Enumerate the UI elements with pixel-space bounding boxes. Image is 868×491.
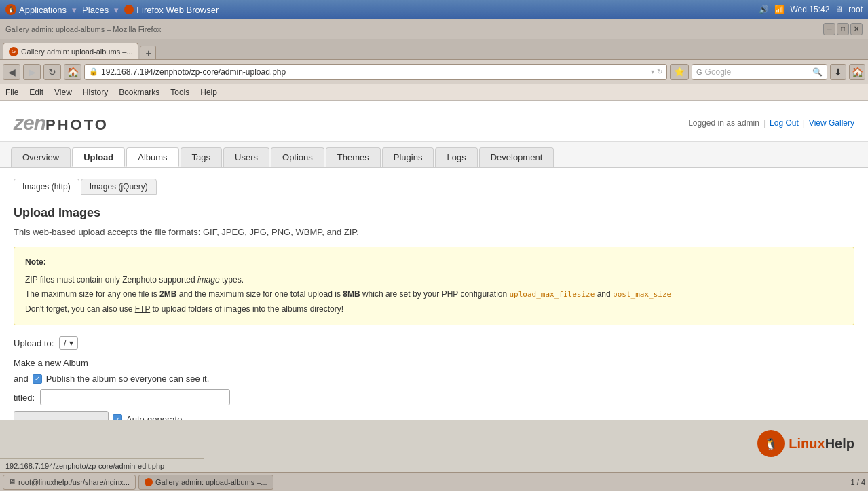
browser-menu[interactable]: Firefox Web Browser — [124, 5, 219, 15]
task-terminal[interactable]: 🖥 root@linuxhelp:/usr/share/nginx... — [3, 475, 136, 490]
tab-users[interactable]: Users — [223, 147, 269, 167]
publish-row: and ✓ Publish the album so everyone can … — [14, 374, 854, 384]
tab-tags[interactable]: Tags — [181, 147, 222, 167]
url-reload-icon[interactable]: ↻ — [657, 68, 662, 75]
note-image-italic: image — [197, 275, 220, 285]
applications-label[interactable]: Applications — [19, 5, 67, 15]
search-placeholder: Google — [705, 67, 810, 77]
topbar-left: 🐧 Applications ▾ Places ▾ Firefox Web Br… — [5, 4, 219, 15]
ff-maximize-button[interactable]: □ — [837, 23, 849, 35]
applications-menu[interactable]: 🐧 Applications — [5, 4, 67, 15]
note-link1[interactable]: upload_max_filesize — [509, 290, 595, 299]
taskbar-right: 1 / 4 — [851, 478, 865, 486]
zp-auth: Logged in as admin | Log Out | View Gall… — [688, 118, 854, 128]
tab-plugins[interactable]: Plugins — [382, 147, 434, 167]
status-url-bar: 192.168.7.194/zenphoto/zp-core/admin-edi… — [0, 458, 204, 472]
url-text: 192.168.7.194/zenphoto/zp-core/admin-upl… — [101, 67, 286, 77]
subtab-images-http[interactable]: Images (http) — [14, 179, 79, 195]
tab-development[interactable]: Development — [479, 147, 554, 167]
places-menu[interactable]: Places — [82, 5, 109, 15]
app-icon: 🐧 — [5, 4, 16, 15]
note-size2: 8MB — [343, 289, 360, 299]
nav-home-button[interactable]: 🏠 — [64, 64, 81, 80]
titled-label: titled: — [14, 393, 35, 403]
auto-generate-checkbox[interactable]: ✓ — [113, 414, 122, 420]
time-display: Wed 15:42 — [790, 5, 829, 14]
url-dropdown-icon[interactable]: ▾ — [651, 68, 654, 75]
publish-checkbox[interactable]: ✓ — [33, 374, 42, 384]
logo-zen: zen — [14, 111, 45, 134]
ff-close-button[interactable]: ✕ — [850, 23, 863, 35]
sys-icon-network[interactable]: 📶 — [774, 5, 785, 14]
section-desc: This web-based upload accepts the file f… — [14, 227, 854, 237]
zp-main: Images (http) Images (jQuery) Upload Ima… — [0, 168, 868, 420]
nav-reload-button[interactable]: ↻ — [43, 64, 61, 80]
taskbar: 🖥 root@linuxhelp:/usr/share/nginx... Gal… — [0, 472, 868, 491]
nav-back-button[interactable]: ◀ — [3, 64, 20, 80]
search-bar[interactable]: G Google 🔍 — [692, 64, 827, 80]
note-pre-ftp: Don't forget, you can also use — [25, 304, 135, 314]
new-album-label: Make a new Album — [14, 358, 88, 368]
tab-albums[interactable]: Albums — [126, 147, 178, 167]
page-content: zen PHOTO Logged in as admin | Log Out |… — [0, 101, 868, 420]
tab-themes[interactable]: Themes — [326, 147, 381, 167]
tab-options[interactable]: Options — [271, 147, 324, 167]
menu-file[interactable]: File — [5, 88, 18, 97]
note-pre-size1: The maximum size for any one file is — [25, 289, 159, 299]
nav-forward-button[interactable]: ▶ — [23, 64, 41, 80]
firefox-window: Gallery admin: upload-albums – Mozilla F… — [0, 19, 868, 420]
note-line2: The maximum size for any one file is 2MB… — [25, 287, 843, 302]
auto-generate-row: ✓ Auto-generate — [14, 411, 854, 420]
publish-label: Publish the album so everyone can see it… — [46, 374, 210, 384]
nav-home2-button[interactable]: 🏠 — [849, 64, 865, 80]
note-title-line: Note: — [25, 255, 843, 270]
note-link2[interactable]: post_max_size — [613, 290, 671, 299]
note-line3: Don't forget, you can also use FTP to up… — [25, 302, 843, 317]
note-size1: 2MB — [159, 289, 176, 299]
firefox-task-icon — [145, 478, 153, 486]
menu-bookmarks[interactable]: Bookmarks — [119, 88, 159, 97]
titled-input[interactable] — [40, 389, 230, 405]
menu-view[interactable]: View — [54, 88, 72, 97]
view-gallery-link[interactable]: View Gallery — [809, 118, 854, 128]
menu-tools[interactable]: Tools — [170, 88, 189, 97]
auto-generate-button-area[interactable] — [14, 411, 109, 420]
menu-history[interactable]: History — [83, 88, 108, 97]
note-title: Note: — [25, 257, 46, 267]
ff-add-tab-button[interactable]: + — [140, 46, 156, 59]
task-firefox[interactable]: Gallery admin: upload-albums –... — [138, 475, 273, 490]
url-lock-icon: 🔒 — [89, 67, 98, 76]
nav-download-button[interactable]: ⬇ — [830, 64, 846, 80]
separator1: ▾ — [72, 5, 77, 15]
search-submit-button[interactable]: 🔍 — [812, 67, 823, 77]
menu-edit[interactable]: Edit — [29, 88, 43, 97]
upload-to-dropdown[interactable]: / ▾ — [59, 336, 77, 350]
nav-bookmark-button[interactable]: ⭐ — [670, 64, 689, 80]
status-url: 192.168.7.194/zenphoto/zp-core/admin-edi… — [5, 462, 164, 470]
taskbar-left: 🖥 root@linuxhelp:/usr/share/nginx... Gal… — [3, 475, 273, 490]
menu-help[interactable]: Help — [200, 88, 217, 97]
os-topbar: 🐧 Applications ▾ Places ▾ Firefox Web Br… — [0, 0, 868, 19]
note-and: and — [597, 289, 613, 299]
note-post: which are set by your PHP configuration — [362, 289, 510, 299]
logout-link[interactable]: Log Out — [770, 118, 799, 128]
zp-nav: Overview Upload Albums Tags Users Option… — [0, 142, 868, 168]
zp-header: zen PHOTO Logged in as admin | Log Out |… — [0, 101, 868, 142]
and-label: and — [14, 374, 29, 384]
sys-icon-sound[interactable]: 🔊 — [759, 5, 769, 14]
note-post-ftp: to upload folders of images into the alb… — [153, 304, 343, 314]
url-bar[interactable]: 🔒 192.168.7.194/zenphoto/zp-core/admin-u… — [84, 64, 667, 80]
ff-titlebar: Gallery admin: upload-albums – Mozilla F… — [0, 19, 868, 39]
titled-row: titled: — [14, 389, 854, 405]
task-terminal-label: root@linuxhelp:/usr/share/nginx... — [18, 478, 130, 486]
tab-upload[interactable]: Upload — [72, 147, 125, 167]
tab-overview[interactable]: Overview — [11, 147, 71, 167]
ff-tab-gallery[interactable]: G Gallery admin: upload-albums –... — [3, 43, 138, 59]
ff-minimize-button[interactable]: ─ — [823, 23, 835, 35]
subtab-images-jquery[interactable]: Images (jQuery) — [81, 179, 157, 195]
zp-logo: zen PHOTO — [14, 111, 109, 134]
tab-label: Gallery admin: upload-albums –... — [21, 48, 132, 56]
tab-logs[interactable]: Logs — [435, 147, 477, 167]
ff-win-buttons: ─ □ ✕ — [823, 23, 863, 35]
new-album-row: Make a new Album — [14, 358, 854, 368]
